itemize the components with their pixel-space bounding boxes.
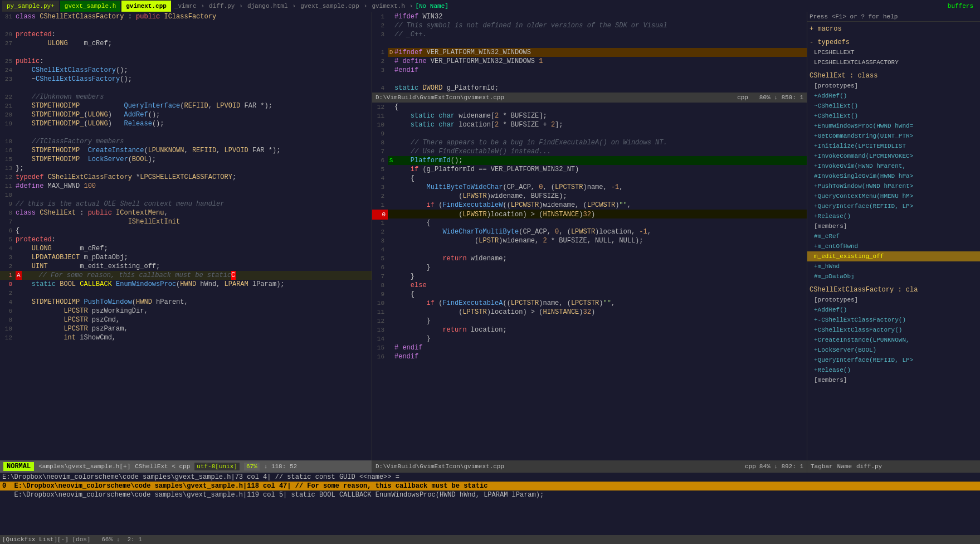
middle-file: D:\VimBuild\GvimExtIcon\gvimext.cpp (376, 463, 504, 470)
line-row: 4 { (372, 174, 807, 183)
line-row: 15 # endif (372, 343, 807, 352)
cshellextcf-createinstance: +CreateInstance(LPUNKNOWN, (807, 335, 980, 345)
middle-code-lines: 1 #ifdef WIN32 2 // This symbol is not d… (372, 12, 807, 460)
breadcrumb-arrow5: › (407, 3, 416, 9)
line-row: 7 } (372, 272, 807, 281)
cshellex-section: CShellExt : class (807, 71, 980, 81)
line-row (0, 48, 372, 57)
line-row: 9 // this is the actual OLE Shell contex… (0, 200, 372, 208)
line-row: 8 class CShellExt : public IContextMenu, (0, 208, 372, 217)
quickfix-bar: [Quickfix List][-] [dos] 66% ↓ 2: 1 (0, 535, 980, 544)
right-content: + macros - typedefs LPCSHELLEXT LPCSHELL… (807, 22, 980, 460)
line-row: 10 if (FindExecutableA((LPCTSTR)name, (L… (372, 299, 807, 308)
line-row: 3 #endif (372, 66, 807, 75)
cshellex-mcntofhwnd: +m_cntOfHwnd (807, 241, 980, 251)
breadcrumb-arrow2: › (237, 3, 245, 9)
line-row: 20 STDMETHODIMP_(ULONG) AddRef(); (0, 110, 372, 119)
typedef-item-2: LPCSHELLEXTCLASSFACTORY (807, 57, 980, 67)
breadcrumb-gvimext-h: gvimext.h (369, 3, 407, 9)
left-status-bar: NORMAL <amples\gvext_sample.h[+] CShellE… (0, 460, 372, 473)
breadcrumb-gvext-cpp: gvext_sample.cpp (298, 3, 362, 9)
typedef-item-1: LPCSHELLEXT (807, 47, 980, 57)
right-header: Press <F1> or ? for help (807, 12, 980, 22)
right-panel: Press <F1> or ? for help + macros - type… (807, 12, 980, 473)
line-row: 2 # define VER_PLATFORM_WIN32_WINDOWS 1 (372, 57, 807, 66)
line-row: 1 #ifdef WIN32 (372, 12, 807, 21)
line-row: 25 public: (0, 57, 372, 66)
cshellextcf-addref: +AddRef() (807, 305, 980, 315)
line-row: 29 protected: (0, 30, 372, 39)
middle-status-bar: D:\VimBuild\GvimExtIcon\gvimext.cpp cpp … (372, 460, 807, 473)
line-row (0, 21, 372, 30)
line-row: 2 (0, 289, 372, 298)
cshellextclassfactory-section: CShellExtClassFactory : cla (807, 285, 980, 295)
line-row: 10 LPCSTR pszParam, (0, 324, 372, 333)
tab-gvimext-cpp[interactable]: gvimext.cpp (121, 1, 171, 12)
line-row: 2 // This symbol is not defined in older… (372, 21, 807, 30)
msg-line-highlighted: 0 E:\Dropbox\neovim_colorscheme\code sam… (0, 482, 980, 490)
cshellex-medit: m_edit_existing_off (807, 251, 980, 261)
cshellex-pushtowindow: +PushToWindow(HWND hParent> (807, 181, 980, 191)
marker-a: A (16, 271, 22, 280)
line-row: 6 S PlatformId(); (372, 156, 807, 165)
cshellex-querycontextmenu: +QueryContextMenu(HMENU hM> (807, 191, 980, 201)
cshellextcf-destructor: +-CShellExtClassFactory() (807, 315, 980, 325)
breadcrumb-sep1: _vimrc (172, 3, 199, 9)
line-row: 4 ULONG m_cRef; (0, 244, 372, 253)
line-row: 11 static char widename[2 * BUFSIZE]; (372, 111, 807, 120)
line-row: 4 STDMETHODIMP PushToWindow(HWND hParent… (0, 298, 372, 307)
cshellex-members: [members] (807, 221, 980, 231)
line-row: 22 //IUnknown members (0, 93, 372, 101)
tagbar-status: Tagbar Name diff.py (807, 460, 980, 473)
line-row: 3 MultiByteToWideChar(CP_ACP, 0, (LPCTST… (372, 183, 807, 192)
cshellex-mcref: #m_cRef (807, 231, 980, 241)
breadcrumb-current: [No Name] (415, 3, 448, 9)
cshellex-release: +Release() (807, 211, 980, 221)
tab-gvext-sample-h[interactable]: gvext_sample.h (60, 1, 120, 12)
buffers-label: buffers (948, 3, 978, 9)
line-row: 2 WideCharToMultiByte(CP_ACP, 0, (LPWSTR… (372, 227, 807, 236)
cshellex-constructor: +CShellExt() (807, 111, 980, 121)
line-row: 2 (LPWSTR)widename, BUFSIZE); (372, 192, 807, 201)
cshellextcf-members: [members] (807, 375, 980, 385)
bottom-pos: 2: 1 (127, 536, 142, 543)
middle-pct: 84% ↓ 892: 1 (759, 463, 803, 470)
cshellex-invokesinglegvim: #InvokeSingleGvim(HWND hPa> (807, 171, 980, 181)
line-row (372, 75, 807, 84)
dos-indicator: [dos] (72, 536, 90, 543)
line-row: 11 (LPTSTR)location) > (HINSTANCE)32) (372, 308, 807, 317)
msg-line-1: E:\Dropbox\neovim_colorscheme\code sampl… (0, 473, 980, 482)
vim-mode: NORMAL (3, 462, 34, 471)
line-row: 21 STDMETHODIMP QueryInterface(REFIID, L… (0, 101, 372, 110)
cshellex-prototypes: [prototypes] (807, 81, 980, 91)
middle-type: cpp (745, 463, 756, 470)
middle-file-status: D:\VimBuild\GvimExtIcon\gvimext.cpp cpp … (372, 93, 807, 103)
left-panel: 31 class CShellExtClassFactory : public … (0, 12, 372, 473)
cshellextcf-lockserver: +LockServer(BOOL) (807, 345, 980, 355)
line-row: 2 UINT m_edit_existing_off; (0, 262, 372, 271)
left-pct: 67% (244, 463, 260, 470)
line-row: 12 } (372, 317, 807, 326)
line-row: 12 typedef CShellExtClassFactory *LPCSHE… (0, 173, 372, 182)
line-row: 6 LPCSTR pszWorkingDir, (0, 307, 372, 315)
left-enc: utf-8[unix] (194, 463, 240, 470)
line-row: 31 class CShellExtClassFactory : public … (0, 12, 372, 21)
tagbar-name-label: Name (837, 463, 852, 470)
cshellex-invokecommand: +InvokeCommand(LPCMINVOKEC> (807, 151, 980, 161)
breadcrumb-arrow1: › (198, 3, 207, 9)
line-row: 4 static DWORD g_PlatformId; (372, 84, 807, 93)
line-row (0, 84, 372, 93)
macros-section: + macros (807, 24, 980, 34)
line-row: 9 { (372, 290, 807, 299)
line-row: 8 LPCSTR pszCmd, (0, 315, 372, 324)
line-row: 6 { (0, 226, 372, 235)
line-row: 14 } (372, 334, 807, 343)
cshellex-initialize: +Initialize(LPCITEMIDLIST (807, 141, 980, 151)
line-row: 18 //IClassFactory members (0, 137, 372, 146)
breadcrumb-diff: diff.py (207, 3, 237, 9)
msg-line-3: E:\Dropbox\neovim_colorscheme\code sampl… (0, 490, 980, 499)
cshellex-getcommandstring: +GetCommandString(UINT_PTR> (807, 131, 980, 141)
cshellex-queryinterface: +QueryInterface(REFIID, LP> (807, 201, 980, 211)
tab-py-sample[interactable]: py_sample.py+ (2, 1, 59, 12)
line-row: 13 return location; (372, 326, 807, 334)
